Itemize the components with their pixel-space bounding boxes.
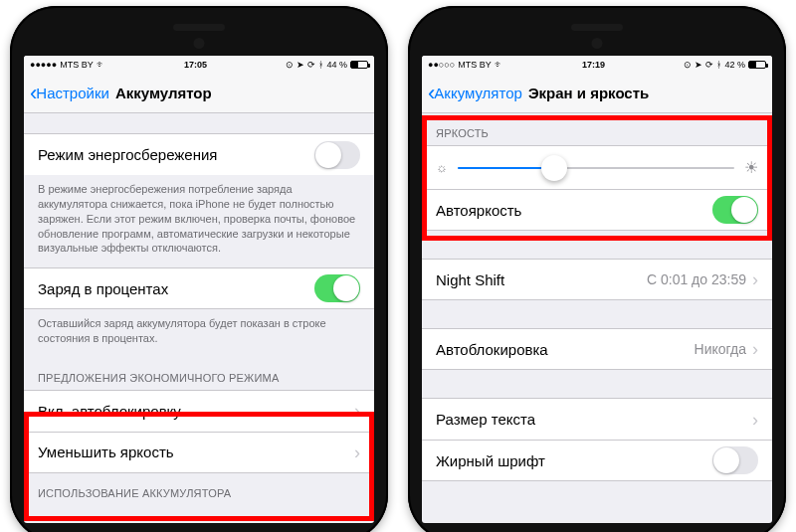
phone-right: ●●○○○ MTS BY ᯤ 17:19 ⊙ ➤ ⟳ ᚼ 42 % ‹ Акку… <box>408 6 786 532</box>
bold-text-toggle[interactable] <box>712 446 758 474</box>
wifi-icon: ᯤ <box>495 60 503 70</box>
phone-left: ●●●●● MTS BY ᯤ 17:05 ⊙ ➤ ⟳ ᚼ 44 % ‹ Наст… <box>10 6 388 532</box>
low-power-mode-row[interactable]: Режим энергосбережения <box>24 133 374 175</box>
sun-large-icon: ☀ <box>744 158 758 177</box>
night-shift-row[interactable]: Night Shift С 0:01 до 23:59 › <box>422 259 772 300</box>
screen-right: ●●○○○ MTS BY ᯤ 17:19 ⊙ ➤ ⟳ ᚼ 42 % ‹ Акку… <box>422 56 772 523</box>
clock-label: 17:05 <box>184 60 207 70</box>
chevron-right-icon: › <box>752 411 758 429</box>
back-button[interactable]: ‹ Настройки <box>30 83 109 104</box>
text-size-row[interactable]: Размер текста › <box>422 398 772 440</box>
page-title: Экран и яркость <box>528 85 766 101</box>
reduce-brightness-label: Уменьшить яркость <box>38 443 174 460</box>
status-bar: ●●○○○ MTS BY ᯤ 17:19 ⊙ ➤ ⟳ ᚼ 42 % <box>422 56 772 74</box>
battery-percent-toggle[interactable] <box>314 274 360 302</box>
bold-text-row[interactable]: Жирный шрифт <box>422 440 772 481</box>
signal-dots-icon: ●●○○○ <box>428 60 455 70</box>
signal-dots-icon: ●●●●● <box>30 60 57 70</box>
back-label: Аккумулятор <box>434 85 522 101</box>
location-icon: ➤ <box>695 60 702 70</box>
low-power-toggle[interactable] <box>314 141 360 169</box>
enable-autolock-row[interactable]: Вкл. автоблокировку › <box>24 390 374 432</box>
content-right: ЯРКОСТЬ ☼ ☀ Автояркость Night Shift С 0:… <box>422 113 772 523</box>
chevron-right-icon: › <box>354 443 360 461</box>
alarm-icon: ⊙ <box>684 60 692 70</box>
bluetooth-icon: ᚼ <box>716 60 721 70</box>
wifi-icon: ᯤ <box>97 60 105 70</box>
battery-pct-label: 44 % <box>326 60 347 70</box>
brightness-slider[interactable] <box>458 167 734 169</box>
brightness-slider-row[interactable]: ☼ ☀ <box>422 145 772 189</box>
autolock-value: Никогда <box>695 341 746 357</box>
location-icon: ➤ <box>297 60 304 70</box>
enable-autolock-label: Вкл. автоблокировку <box>38 403 181 420</box>
battery-percent-row[interactable]: Заряд в процентах <box>24 267 374 309</box>
orientation-lock-icon: ⟳ <box>705 60 713 70</box>
reduce-brightness-row[interactable]: Уменьшить яркость › <box>24 432 374 473</box>
battery-icon <box>748 61 766 69</box>
low-power-description: В режиме энергосбережения потребление за… <box>24 175 374 267</box>
back-label: Настройки <box>36 85 109 101</box>
bold-text-label: Жирный шрифт <box>436 452 545 469</box>
back-button[interactable]: ‹ Аккумулятор <box>428 83 522 104</box>
night-shift-label: Night Shift <box>436 271 504 288</box>
chevron-right-icon: › <box>752 340 758 358</box>
page-title: Аккумулятор <box>115 85 368 101</box>
battery-percent-label: Заряд в процентах <box>38 280 168 297</box>
clock-label: 17:19 <box>582 60 605 70</box>
carrier-label: MTS BY <box>60 60 94 70</box>
auto-brightness-toggle[interactable] <box>712 196 758 224</box>
bluetooth-icon: ᚼ <box>318 60 323 70</box>
status-bar: ●●●●● MTS BY ᯤ 17:05 ⊙ ➤ ⟳ ᚼ 44 % <box>24 56 374 74</box>
auto-brightness-row[interactable]: Автояркость <box>422 189 772 231</box>
carrier-label: MTS BY <box>458 60 492 70</box>
battery-pct-label: 42 % <box>724 60 745 70</box>
sun-small-icon: ☼ <box>436 160 448 175</box>
orientation-lock-icon: ⟳ <box>307 60 315 70</box>
autolock-row[interactable]: Автоблокировка Никогда › <box>422 328 772 370</box>
chevron-right-icon: › <box>354 402 360 420</box>
night-shift-value: С 0:01 до 23:59 <box>647 271 746 287</box>
brightness-header: ЯРКОСТЬ <box>422 113 772 145</box>
battery-icon <box>350 61 368 69</box>
auto-brightness-label: Автояркость <box>436 202 521 219</box>
nav-bar: ‹ Настройки Аккумулятор <box>24 74 374 113</box>
screen-left: ●●●●● MTS BY ᯤ 17:05 ⊙ ➤ ⟳ ᚼ 44 % ‹ Наст… <box>24 56 374 523</box>
content-left: Режим энергосбережения В режиме энергосб… <box>24 113 374 523</box>
autolock-label: Автоблокировка <box>436 341 548 358</box>
usage-header: ИСПОЛЬЗОВАНИЕ АККУМУЛЯТОРА <box>24 473 374 505</box>
alarm-icon: ⊙ <box>286 60 294 70</box>
nav-bar: ‹ Аккумулятор Экран и яркость <box>422 74 772 113</box>
battery-percent-description: Оставшийся заряд аккумулятора будет пока… <box>24 309 374 358</box>
chevron-right-icon: › <box>752 270 758 288</box>
suggestions-header: ПРЕДЛОЖЕНИЯ ЭКОНОМИЧНОГО РЕЖИМА <box>24 358 374 390</box>
text-size-label: Размер текста <box>436 411 535 428</box>
low-power-label: Режим энергосбережения <box>38 146 217 163</box>
